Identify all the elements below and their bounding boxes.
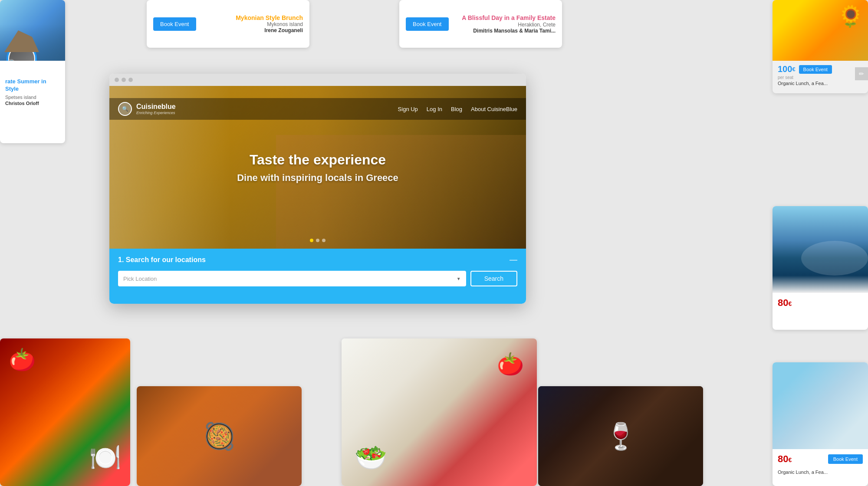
search-section: 1. Search for our locations — Pick Locat… [109,249,526,304]
event-title-2: A Blissful Day in a Family Estate [455,14,556,22]
currency-right: € [788,300,792,307]
search-row: Pick Location ▼ Search [118,271,517,286]
browser-dot-red [115,78,119,82]
top-left-event-card: rate Summer in Style Spetses island Chri… [0,0,65,143]
nav-login[interactable]: Log In [427,106,442,112]
event-title-1: Mykonian Style Brunch [203,14,303,21]
price-amount-right: 80 [778,297,788,308]
logo-icon: 🔍 [118,102,132,116]
search-step-label: 1. Search for our locations [118,256,206,264]
event-author: Christos Orloff [5,101,60,106]
hero-dot-1[interactable] [310,239,313,242]
bottom-food-card-dark [538,386,703,486]
location-select[interactable]: Pick Location ▼ [118,271,466,286]
event-location: Spetses island [5,95,60,100]
edit-icon[interactable]: ✏ [855,67,868,80]
event-location-1: Mykonos island [203,21,303,27]
event-info-1: Mykonian Style Brunch Mykonos island Ire… [203,14,303,33]
blissful-day-card: Book Event A Blissful Day in a Family Es… [399,0,562,48]
bottom-sea-image [773,362,868,449]
event-author-1: Irene Zouganeli [203,27,303,33]
bottom-food-card-3 [342,338,537,486]
browser-dot-yellow [122,78,126,82]
nav-about[interactable]: About CuisineBlue [471,106,517,112]
bottom-food-card-2 [137,386,302,486]
hero-title: Taste the experience [237,151,398,167]
book-event-button-2[interactable]: Book Event [406,17,449,31]
hero-dot-3[interactable] [322,239,326,242]
sea-view-image [773,206,868,293]
hero-text-block: Taste the experience Dine with inspiring… [237,151,398,183]
avatar [9,46,34,61]
search-icon-overlay [7,43,37,61]
currency-symbol: € [792,66,795,72]
book-event-button-3[interactable]: Book Event [799,65,832,74]
logo-area: 🔍 Cuisineblue Enriching Experiences [118,102,176,116]
per-seat-label: per seat [773,75,868,81]
nav-links: Sign Up Log In Blog About CuisineBlue [398,106,517,112]
nav-signup[interactable]: Sign Up [398,106,418,112]
flowers-image [773,0,868,61]
card-hero-image [0,0,65,61]
bottom-far-right-card: 80€ Book Event Organic Lunch, a Fea... [773,362,868,486]
event-location-2: Heraklion, Crete [455,22,556,28]
price-amount: 100 [778,64,792,74]
book-event-button-bottom[interactable]: Book Event [828,454,863,464]
bottom-card-description: Organic Lunch, a Fea... [773,469,868,476]
nav-blog[interactable]: Blog [451,106,462,112]
logo-text: Cuisineblue Enriching Experiences [136,103,176,115]
food-image-rustic [137,386,302,486]
browser-window: 🔍 Cuisineblue Enriching Experiences Sign… [109,74,526,304]
event-title: rate Summer in Style [5,78,60,93]
mykonian-brunch-card: Book Event Mykonian Style Brunch Mykonos… [147,0,309,48]
hero-dots [310,239,326,242]
hero-section: 🔍 Cuisineblue Enriching Experiences Sign… [109,86,526,249]
collapse-icon[interactable]: — [510,255,517,264]
browser-titlebar [109,74,526,86]
search-button[interactable]: Search [470,271,517,286]
hero-dot-2[interactable] [316,239,319,242]
bottom-price: 80 [778,453,788,464]
food-image-salad [342,338,537,486]
dropdown-arrow-icon: ▼ [457,276,461,281]
right-mid-sea-card: 80€ [773,206,868,330]
logo-tagline: Enriching Experiences [136,111,176,115]
food-image-dark [538,386,703,486]
event-info-2: A Blissful Day in a Family Estate Herakl… [455,14,556,34]
browser-dot-green [128,78,133,82]
website-header: 🔍 Cuisineblue Enriching Experiences Sign… [109,98,526,120]
event-author-2: Dimitris Mansolas & Maria Tami... [455,28,556,34]
card-description: Organic Lunch, a Fea... [773,81,868,86]
top-far-right-card: 100€ Book Event per seat Organic Lunch, … [773,0,868,93]
hero-subtitle: Dine with inspiring locals in Greece [237,172,398,183]
bottom-food-card-1 [0,338,130,486]
food-image-tomatoes [0,338,130,486]
search-header: 1. Search for our locations — [118,255,517,264]
book-event-button-1[interactable]: Book Event [153,17,196,31]
bottom-currency: € [788,456,792,463]
location-placeholder: Pick Location [123,276,157,282]
logo-name: Cuisineblue [136,103,176,111]
bottom-book-section: 80€ Book Event [773,449,868,469]
price-section: 80€ [773,293,868,313]
